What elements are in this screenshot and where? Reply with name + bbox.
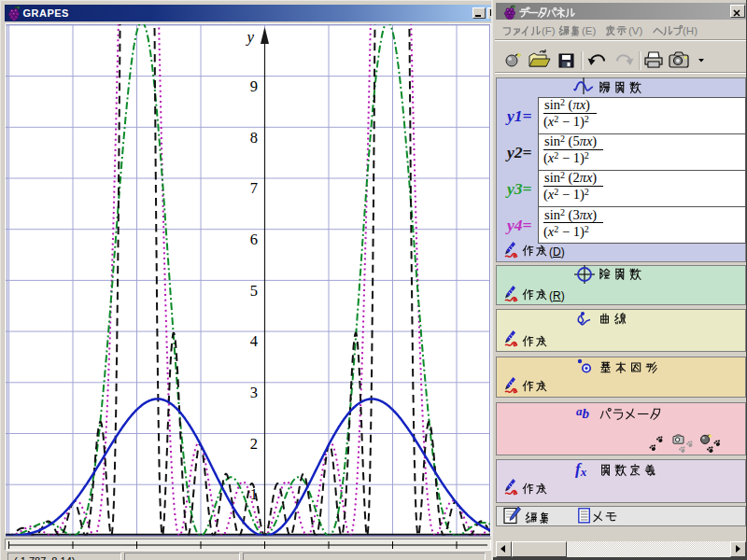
svg-text:5: 5: [250, 282, 258, 300]
svg-text:9: 9: [250, 77, 258, 95]
svg-text:6: 6: [250, 231, 258, 248]
svg-text:2: 2: [250, 435, 258, 453]
svg-text:4: 4: [250, 332, 258, 350]
svg-text:3: 3: [250, 384, 258, 401]
svg-text:7: 7: [250, 179, 258, 197]
svg-text:8: 8: [250, 129, 258, 147]
svg-text:y: y: [246, 28, 255, 46]
